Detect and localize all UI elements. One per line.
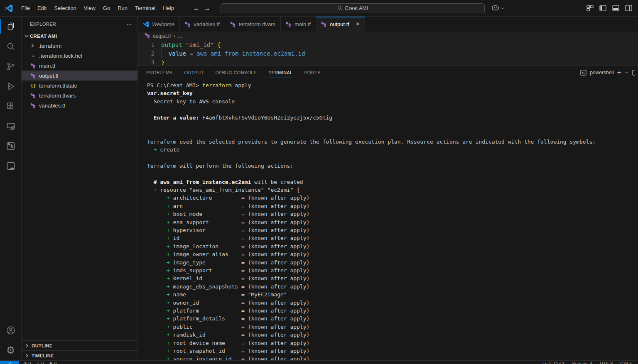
status-item[interactable]: CRLF (620, 361, 632, 364)
breadcrumb[interactable]: output.tf › … (138, 32, 638, 41)
status-item[interactable]: Ln 1, Col 1 (542, 361, 564, 364)
tab-welcome[interactable]: Welcome (138, 17, 180, 32)
terminal-line: + ramdisk_id = (known after apply) (147, 331, 638, 339)
command-center-text: Creat AMI (345, 5, 368, 11)
terminal-line: Enter a value: F4a6fbtXvhsTSvVdIoY6UsHZe… (147, 114, 638, 122)
terminal-line: + arn = (known after apply) (147, 202, 638, 210)
terminal-line: + kernel_id = (known after apply) (147, 274, 638, 282)
tree-item-terraform-tfvars[interactable]: terraform.tfvars (22, 90, 137, 100)
status-item[interactable]: Spaces: 4 (572, 361, 592, 364)
powershell-icon (580, 70, 586, 76)
account-icon[interactable] (0, 320, 22, 340)
new-terminal-icon[interactable]: + (617, 69, 621, 76)
panel-tabs: PROBLEMSOUTPUTDEBUG CONSOLETERMINALPORTS (146, 66, 321, 79)
terminal-line: + root_snapshot_id = (known after apply) (147, 347, 638, 355)
activity-bar: ⚙ (0, 17, 22, 360)
remote-indicator[interactable]: ✓ (0, 361, 19, 364)
copilot-icon (491, 5, 499, 11)
terraform-icon (30, 62, 37, 69)
terminal-line: + image_location = (known after apply) (147, 242, 638, 250)
split-terminal-icon[interactable] (632, 70, 635, 76)
menu-go[interactable]: Go (100, 3, 113, 13)
tab-variables-tf[interactable]: variables.tf (180, 17, 225, 32)
panel-tab-ports[interactable]: PORTS (304, 66, 320, 79)
chevron-down-icon[interactable] (624, 70, 629, 75)
terminal-line: + image_type = (known after apply) (147, 259, 638, 266)
search-icon[interactable] (0, 37, 22, 56)
menu-file[interactable]: File (18, 3, 33, 13)
terminal-line: Secret key to AWS console (147, 98, 638, 105)
explorer-more-actions-icon[interactable]: ⋯ (126, 21, 133, 27)
nav-forward-icon[interactable]: → (204, 5, 211, 12)
panel-tab-problems[interactable]: PROBLEMS (146, 66, 173, 79)
tab-terraform-tfvars[interactable]: terraform.tfvars (225, 17, 281, 32)
toggle-primary-sidebar-icon[interactable] (599, 5, 606, 11)
terminal-line: + resource "aws_ami_from_instance" "ec2a… (147, 186, 638, 194)
toggle-panel-icon[interactable] (612, 5, 619, 11)
tab-main-tf[interactable]: main.tf (281, 17, 316, 32)
command-center-search[interactable]: Creat AMI (221, 3, 485, 13)
tree-item-output-tf[interactable]: output.tf (22, 71, 137, 81)
tree-item-terraform-tfstate[interactable]: {}terraform.tfstate (22, 81, 137, 90)
menu-terminal[interactable]: Terminal (132, 3, 159, 13)
code-line: } (161, 58, 638, 65)
chevron-down-icon (501, 6, 505, 10)
source-control-icon[interactable] (0, 56, 22, 76)
panel-tab-output[interactable]: OUTPUT (184, 66, 204, 79)
copilot-menu[interactable] (491, 5, 505, 11)
file-tree: .terraform≡.terraform.lock.hcl main.tf o… (22, 41, 137, 110)
terminal-line (147, 122, 638, 129)
close-tab-icon[interactable]: ✕ (356, 21, 360, 27)
tree-item-terraform[interactable]: .terraform (22, 41, 137, 51)
status-item[interactable]: UTF-8 (600, 361, 613, 364)
terminal-line (147, 154, 638, 162)
menu-help[interactable]: Help (160, 3, 177, 13)
nav-back-icon[interactable]: ← (193, 5, 200, 12)
toggle-secondary-sidebar-icon[interactable] (625, 5, 632, 11)
menu-edit[interactable]: Edit (34, 3, 50, 13)
terraform-cloud-icon[interactable] (0, 156, 22, 176)
tab-output-tf[interactable]: output.tf✕ (316, 17, 365, 32)
menu-run[interactable]: Run (114, 3, 131, 13)
terminal-line: + architecture = (known after apply) (147, 194, 638, 202)
chevron-down-icon (23, 33, 30, 39)
code-line: value = aws_ami_from_instance.ec2ami.id (161, 49, 638, 58)
activity-bar-top (0, 17, 22, 176)
vscode-logo-icon (5, 4, 13, 12)
terminal-output[interactable]: PS C:\Creat AMI> terraform applyvar.secr… (138, 79, 638, 360)
terminal-line: + boot_mode = (known after apply) (147, 210, 638, 218)
terminal-line: + platform_details = (known after apply) (147, 315, 638, 322)
run-debug-icon[interactable] (0, 76, 22, 96)
extensions-icon[interactable] (0, 96, 22, 116)
line-number: 3 (138, 58, 155, 65)
menu-selection[interactable]: Selection (51, 3, 79, 13)
terminal-line (147, 129, 638, 137)
section-timeline[interactable]: TIMELINE (22, 350, 137, 360)
panel-tab-terminal[interactable]: TERMINAL (268, 66, 292, 79)
code-editor[interactable]: 123 output "ami_id" { value = aws_ami_fr… (138, 41, 638, 65)
tree-item-main-tf[interactable]: main.tf (22, 61, 137, 71)
terraform-icon (145, 32, 150, 40)
menu-bar: FileEditSelectionViewGoRunTerminalHelp (18, 3, 177, 13)
customize-layout-icon[interactable] (586, 5, 594, 11)
section-outline[interactable]: OUTLINE (22, 340, 137, 350)
settings-icon[interactable]: ⚙ (0, 340, 22, 360)
shell-label[interactable]: powershell (590, 70, 613, 76)
sidebar-sections: OUTLINETIMELINE (22, 340, 137, 360)
remote-explorer-icon[interactable] (0, 116, 22, 136)
explorer-icon[interactable] (0, 17, 22, 37)
vscode-icon (143, 21, 149, 27)
tree-item-terraform-lock-hcl[interactable]: ≡.terraform.lock.hcl (22, 51, 137, 61)
tree-root-creat-ami[interactable]: CREAT AMI (22, 31, 137, 41)
problems-summary[interactable]: ⊘ 0⚠ 0⚑ 0 (19, 361, 56, 364)
terraform-icon (30, 102, 37, 109)
panel-tab-debug-console[interactable]: DEBUG CONSOLE (216, 66, 257, 79)
terraform-icon[interactable] (0, 136, 22, 156)
breadcrumb-file: output.tf (153, 33, 171, 39)
terraform-icon (230, 21, 236, 27)
line-numbers: 123 (138, 41, 161, 65)
menu-view[interactable]: View (81, 3, 99, 13)
tree-item-variables-tf[interactable]: variables.tf (22, 100, 137, 110)
terminal-line: + create (147, 146, 638, 154)
status-bar: ✓ ⊘ 0⚠ 0⚑ 0 Ln 1, Col 1Spaces: 4UTF-8CRL… (0, 360, 638, 364)
